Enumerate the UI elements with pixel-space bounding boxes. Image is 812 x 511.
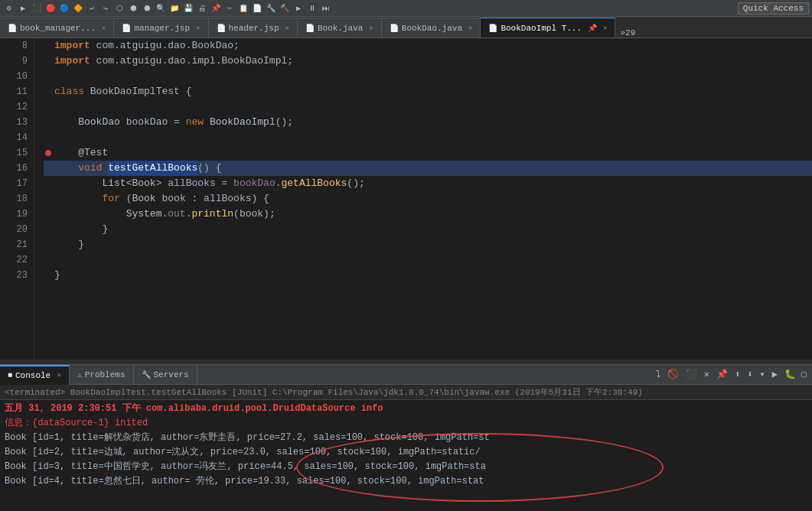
tab-manager-jsp[interactable]: 📄 manager.jsp ✕ xyxy=(114,18,208,37)
maximize-icon[interactable]: ⬆ xyxy=(732,368,742,381)
problems-tab-label: Problems xyxy=(85,370,126,379)
code-20: } xyxy=(54,222,108,237)
tab-book-manager[interactable]: 📄 book_manager... ✕ xyxy=(0,18,114,37)
clear-console-icon[interactable]: 🚫 xyxy=(665,368,681,381)
tab-book-java[interactable]: 📄 Book.java ✕ xyxy=(298,18,382,37)
toolbar-icon-17[interactable]: ✂ xyxy=(223,2,236,15)
toolbar-icon-16[interactable]: 📌 xyxy=(210,2,222,15)
pin-console-icon[interactable]: 📌 xyxy=(714,368,730,381)
code-line-18: for (Book book : allBooks) { xyxy=(44,191,812,207)
toolbar-icon-24[interactable]: ⏭ xyxy=(320,2,332,15)
toolbar-icon-14[interactable]: 💾 xyxy=(182,2,194,15)
servers-tab[interactable]: 🔧 Servers xyxy=(134,365,197,385)
toolbar-icon-1[interactable]: ⚙ xyxy=(3,2,15,15)
code-17d: . xyxy=(276,176,282,191)
toolbar-icon-9[interactable]: ⬡ xyxy=(113,2,126,15)
toolbar-icon-15[interactable]: 🖨 xyxy=(196,2,208,15)
line-num-23: 23 xyxy=(6,268,28,283)
tab-close-header-jsp[interactable]: ✕ xyxy=(285,24,289,32)
console-tab[interactable]: ■ Console ✕ xyxy=(0,365,70,385)
toolbar-icon-6[interactable]: 🔶 xyxy=(72,2,84,15)
code-21: } xyxy=(54,237,84,252)
tab-close-book-java[interactable]: ✕ xyxy=(369,24,373,32)
line-num-11: 11 xyxy=(6,84,28,99)
var-bookdao: bookDao xyxy=(233,176,276,191)
code-9-text: com.atguigu.dao.impl.BookDaoImpl; xyxy=(96,54,293,69)
code-19c: . xyxy=(186,207,192,222)
tab-close-book-manager[interactable]: ✕ xyxy=(102,24,106,32)
toolbar-icon-12[interactable]: 🔍 xyxy=(155,2,167,15)
method-println: println xyxy=(191,207,233,222)
line-num-19: 19 xyxy=(6,207,28,222)
code-18c: book : allBooks) { xyxy=(156,191,269,207)
remove-icon[interactable]: ✕ xyxy=(702,368,712,381)
console-line-5: Book [id=3, title=中国哲学史, author=冯友兰, pri… xyxy=(5,460,807,474)
annotation-test: @Test xyxy=(54,145,108,161)
code-18-indent xyxy=(54,191,102,207)
toolbar-icon-18[interactable]: 📋 xyxy=(237,2,249,15)
code-content[interactable]: import com.atguigu.dao.BookDao; import c… xyxy=(34,38,812,360)
code-line-8: import com.atguigu.dao.BookDao; xyxy=(44,38,812,54)
view-menu-icon[interactable]: ▾ xyxy=(758,368,768,381)
tab-icon-book-java: 📄 xyxy=(305,24,315,33)
code-line-13: BookDao bookDao = new BookDaoImpl(); xyxy=(44,115,812,130)
stop-icon[interactable]: ⬛ xyxy=(683,368,699,381)
code-line-22 xyxy=(44,252,812,268)
toolbar-icon-21[interactable]: 🔨 xyxy=(279,2,291,15)
toolbar-icon-8[interactable]: ↪ xyxy=(99,2,112,15)
debug-num: ⬡ xyxy=(801,370,807,379)
toolbar-icon-5[interactable]: 🔵 xyxy=(58,2,70,15)
code-17e: (); xyxy=(347,176,364,191)
code-13b: bookDao = xyxy=(126,115,186,130)
kw-import-9: import xyxy=(54,54,96,69)
type-book-for: Book xyxy=(132,191,155,207)
debug-icon[interactable]: 🐛 xyxy=(782,368,798,381)
tab-bookdao-java[interactable]: 📄 BookDao.java ✕ xyxy=(382,18,481,37)
minimize-icon[interactable]: ⬇ xyxy=(745,368,755,381)
editor-tab-bar: 📄 book_manager... ✕ 📄 manager.jsp ✕ 📄 he… xyxy=(0,17,812,38)
toolbar-icon-3[interactable]: ⬛ xyxy=(31,2,43,15)
console-line-6: Book [id=4, title=忽然七日, author= 劳伦, pric… xyxy=(5,474,807,489)
tab-close-manager-jsp[interactable]: ✕ xyxy=(196,24,200,32)
toolbar-icon-10[interactable]: ⬢ xyxy=(127,2,139,15)
type-list: List xyxy=(102,176,126,191)
scroll-lock-icon[interactable]: ⤵ xyxy=(654,368,663,381)
toolbar-icon-13[interactable]: 📁 xyxy=(168,2,181,15)
toolbar-icon-22[interactable]: ▶ xyxy=(292,2,305,15)
code-16-indent xyxy=(54,161,78,176)
type-book: Book xyxy=(132,176,155,191)
code-line-17: List<Book> allBooks = bookDao.getAllBook… xyxy=(44,176,812,191)
quick-access-button[interactable]: Quick Access xyxy=(738,2,809,15)
toolbar-icon-4[interactable]: 🔴 xyxy=(44,2,57,15)
line-num-8: 8 xyxy=(6,38,28,54)
tab-bookdaoimpl-test[interactable]: 📄 BookDaoImpl T... 📌 ✕ xyxy=(481,18,615,37)
method-getallbooks: getAllBooks xyxy=(282,176,347,191)
run-icon[interactable]: ▶ xyxy=(770,368,780,381)
code-line-23: } xyxy=(44,268,812,283)
code-line-19: System.out.println(book); xyxy=(44,207,812,222)
kw-new: new xyxy=(186,115,210,130)
toolbar-icon-19[interactable]: 📄 xyxy=(251,2,263,15)
problems-tab[interactable]: ⚠ Problems xyxy=(70,365,134,385)
toolbar-icon-2[interactable]: ▶ xyxy=(17,2,29,15)
bottom-tab-bar: ■ Console ✕ ⚠ Problems 🔧 Servers ⤵ 🚫 ⬛ ✕… xyxy=(0,365,812,385)
code-17-indent xyxy=(54,176,102,191)
toolbar-icon-23[interactable]: ⏸ xyxy=(306,2,318,15)
type-bookdao: BookDao xyxy=(78,115,126,130)
line-num-13: 13 xyxy=(6,115,28,130)
toolbar-icon-20[interactable]: 🔧 xyxy=(265,2,277,15)
tab-overflow[interactable]: »29 xyxy=(615,28,640,37)
tab-icon-bookdaoimpl-test: 📄 xyxy=(488,24,497,33)
code-19d: (book); xyxy=(233,207,276,222)
kw-void: void xyxy=(78,161,108,176)
kw-class: class xyxy=(54,84,90,99)
toolbar-icon-7[interactable]: ↩ xyxy=(86,2,98,15)
console-tab-close[interactable]: ✕ xyxy=(57,371,60,379)
top-toolbar: ⚙ ▶ ⬛ 🔴 🔵 🔶 ↩ ↪ ⬡ ⬢ ⬣ 🔍 📁 💾 🖨 📌 ✂ 📋 📄 🔧 … xyxy=(0,0,812,17)
tab-close-bookdao-java[interactable]: ✕ xyxy=(468,24,472,32)
tab-close-bookdaoimpl-test[interactable]: ✕ xyxy=(603,24,607,32)
line-num-20: 20 xyxy=(6,222,28,237)
toolbar-icon-11[interactable]: ⬣ xyxy=(141,2,153,15)
code-line-15: @Test xyxy=(44,145,812,161)
tab-header-jsp[interactable]: 📄 header.jsp ✕ xyxy=(209,18,298,37)
